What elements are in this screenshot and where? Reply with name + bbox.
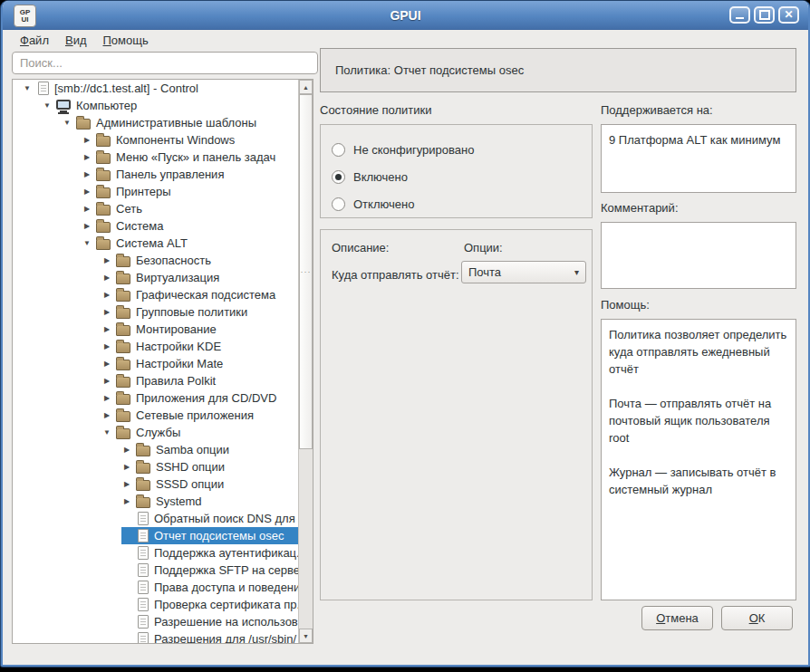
expander-collapsed-icon[interactable]: ▶ bbox=[101, 411, 112, 419]
tree-item[interactable]: ▶Графическая подсистема bbox=[13, 286, 299, 303]
radio-icon[interactable] bbox=[332, 197, 345, 211]
expander-collapsed-icon[interactable]: ▶ bbox=[82, 187, 92, 196]
tree-item[interactable]: ▼Система ALT bbox=[13, 235, 299, 252]
expander-collapsed-icon[interactable]: ▶ bbox=[121, 463, 132, 471]
tree-item[interactable]: ▶Меню «Пуск» и панель задач bbox=[13, 149, 299, 166]
expander-open-icon[interactable]: ▼ bbox=[101, 428, 112, 437]
tree-item[interactable]: ▶Монтирование bbox=[13, 321, 299, 338]
policy-state-option[interactable]: Не сконфигурировано bbox=[332, 136, 592, 163]
expander-collapsed-icon[interactable]: ▶ bbox=[101, 377, 112, 385]
expander-collapsed-icon[interactable]: ▶ bbox=[101, 394, 112, 402]
scroll-down-icon[interactable]: ▼ bbox=[299, 629, 313, 643]
tree-item-label: Сеть bbox=[116, 202, 142, 216]
tree-item[interactable]: Права доступа и поведени... bbox=[13, 579, 299, 596]
tree-item[interactable]: Разрешение на использов... bbox=[13, 613, 299, 630]
tree-item[interactable]: ▶Безопасность bbox=[13, 252, 299, 269]
tree-item[interactable]: ▶Сетевые приложения bbox=[13, 407, 299, 424]
tree-item[interactable]: Разрешения для /usr/sbin/ bbox=[13, 630, 299, 644]
expander-collapsed-icon[interactable]: ▶ bbox=[121, 480, 132, 488]
expander-collapsed-icon[interactable]: ▶ bbox=[82, 153, 92, 161]
tree-item[interactable]: ▶Samba опции bbox=[13, 441, 299, 458]
maximize-icon bbox=[759, 10, 770, 20]
tree-item-label: Samba опции bbox=[156, 443, 229, 456]
expander-collapsed-icon[interactable]: ▶ bbox=[101, 325, 112, 333]
tree-item-label: Сетевые приложения bbox=[136, 408, 254, 422]
tree-item-label: Обратный поиск DNS для ... bbox=[154, 512, 308, 525]
tree-item-label: Система ALT bbox=[116, 236, 188, 250]
cancel-button[interactable]: Отмена bbox=[641, 606, 713, 630]
tree-item[interactable]: Поддержка аутентификац... bbox=[13, 544, 299, 562]
expander-collapsed-icon[interactable]: ▶ bbox=[101, 342, 112, 350]
tree-item[interactable]: ▶Настройки Mate bbox=[13, 355, 299, 372]
policy-state-option[interactable]: Включено bbox=[332, 163, 592, 190]
expander-open-icon[interactable]: ▼ bbox=[62, 119, 72, 127]
tree-item[interactable]: ▶Групповые политики bbox=[13, 303, 299, 321]
tree-item[interactable]: ▼Службы bbox=[13, 424, 299, 441]
tree-scrollbar[interactable]: ▲ ··· ▼ bbox=[298, 80, 313, 643]
tree-item[interactable]: ▶Система bbox=[13, 217, 299, 235]
expander-collapsed-icon[interactable]: ▶ bbox=[82, 170, 92, 178]
radio-icon[interactable] bbox=[332, 143, 345, 157]
radio-selected-icon[interactable] bbox=[332, 170, 345, 184]
tree-item[interactable]: ▶Systemd bbox=[13, 493, 299, 510]
tree-item-label: Правила Polkit bbox=[136, 374, 216, 388]
scrollbar-thumb[interactable]: ··· bbox=[299, 94, 313, 449]
window-controls: ✕ bbox=[729, 6, 799, 24]
tree-item[interactable]: ▶SSHD опции bbox=[13, 458, 299, 475]
tree-item[interactable]: ▶SSSD опции bbox=[13, 475, 299, 493]
maximize-button[interactable] bbox=[754, 6, 775, 24]
tree-item[interactable]: ▶Правила Polkit bbox=[13, 372, 299, 389]
menu-help[interactable]: Помощь bbox=[95, 32, 157, 49]
search-input[interactable] bbox=[12, 52, 318, 74]
expander-collapsed-icon[interactable]: ▶ bbox=[82, 136, 92, 144]
doc-icon bbox=[138, 615, 149, 629]
tree-item[interactable]: Поддержка SFTP на сервер... bbox=[13, 562, 299, 579]
tree-item[interactable]: ▶Принтеры bbox=[13, 183, 299, 200]
folder-icon bbox=[76, 119, 91, 130]
ok-button[interactable]: ОК bbox=[721, 606, 793, 630]
expander-collapsed-icon[interactable]: ▶ bbox=[101, 256, 112, 264]
tree-item-label: Настройки Mate bbox=[136, 357, 223, 370]
tree-item[interactable]: ▶Настройки KDE bbox=[13, 338, 299, 355]
tree-item[interactable]: ▶Приложения для CD/DVD bbox=[13, 389, 299, 407]
tree-item[interactable]: Обратный поиск DNS для ... bbox=[13, 510, 299, 527]
expander-collapsed-icon[interactable]: ▶ bbox=[101, 360, 112, 368]
tree-item[interactable]: ▼[smb://dc1.test.alt] - Control bbox=[13, 80, 299, 97]
doc-icon bbox=[138, 529, 149, 542]
titlebar[interactable]: GP UI GPUI ✕ bbox=[3, 1, 808, 30]
expander-collapsed-icon[interactable]: ▶ bbox=[82, 205, 92, 213]
close-button[interactable]: ✕ bbox=[778, 6, 799, 24]
expander-open-icon[interactable]: ▼ bbox=[42, 101, 53, 110]
menu-file[interactable]: Файл bbox=[12, 32, 57, 49]
expander-collapsed-icon[interactable]: ▶ bbox=[121, 497, 132, 505]
tree-item[interactable]: ▶Компоненты Windows bbox=[13, 131, 299, 149]
tree-item[interactable]: ▼Административные шаблоны bbox=[13, 114, 299, 131]
comment-box[interactable] bbox=[601, 222, 796, 289]
menu-view[interactable]: Вид bbox=[57, 32, 95, 49]
panel-splitter[interactable] bbox=[313, 48, 320, 656]
scroll-up-icon[interactable]: ▲ bbox=[299, 80, 313, 94]
policy-state-option[interactable]: Отключено bbox=[332, 190, 592, 217]
report-target-dropdown[interactable]: Почта ▾ bbox=[461, 261, 586, 283]
tree-item[interactable]: Отчет подсистемы osec bbox=[13, 527, 299, 544]
tree-item[interactable]: ▶Виртуализация bbox=[13, 269, 299, 286]
expander-collapsed-icon[interactable]: ▶ bbox=[101, 291, 112, 299]
tree-item-label: Безопасность bbox=[136, 254, 211, 267]
expander-collapsed-icon[interactable]: ▶ bbox=[82, 222, 92, 230]
tree-item[interactable]: Проверка сертификата пр... bbox=[13, 596, 299, 613]
expander-collapsed-icon[interactable]: ▶ bbox=[101, 274, 112, 282]
doc-icon bbox=[138, 512, 149, 525]
expander-collapsed-icon[interactable]: ▶ bbox=[121, 446, 132, 454]
policy-header: Политика: Отчет подсистемы osec bbox=[320, 48, 796, 92]
policy-tree[interactable]: ▼[smb://dc1.test.alt] - Control▼Компьюте… bbox=[12, 79, 313, 644]
minimize-button[interactable] bbox=[729, 6, 750, 24]
expander-collapsed-icon[interactable]: ▶ bbox=[101, 308, 112, 316]
tree-item-label: Приложения для CD/DVD bbox=[136, 391, 276, 405]
tree-item[interactable]: ▶Панель управления bbox=[13, 166, 299, 183]
folder-icon bbox=[116, 428, 130, 439]
tree-item[interactable]: ▼Компьютер bbox=[13, 97, 299, 114]
doc-icon bbox=[138, 581, 149, 594]
tree-item[interactable]: ▶Сеть bbox=[13, 200, 299, 217]
expander-open-icon[interactable]: ▼ bbox=[22, 84, 33, 92]
expander-open-icon[interactable]: ▼ bbox=[82, 239, 92, 247]
